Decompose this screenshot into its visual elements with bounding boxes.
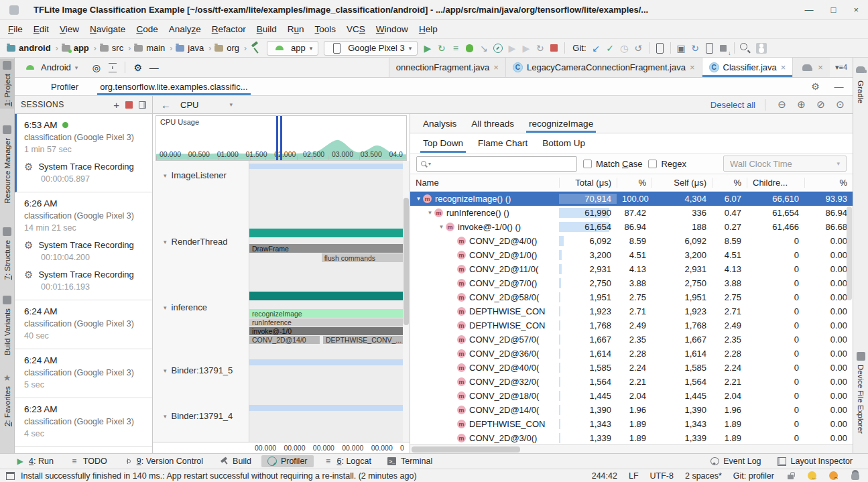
menu-view[interactable]: View [54,22,84,36]
table-row[interactable]: mCONV_2D@32/0(1,5642.211,5642.2100.00 [410,375,853,389]
expand-arrow-icon[interactable]: ▼ [414,196,423,202]
analysis-tab-recognizeimage[interactable]: recognizeImage [521,114,601,133]
scrollbar-thumb[interactable] [404,198,409,325]
indent-setting[interactable]: 2 spaces* [685,471,722,481]
analysis-tab-all-threads[interactable]: All threads [464,114,521,133]
menu-build[interactable]: Build [251,22,282,36]
maximize-button[interactable]: □ [831,5,836,15]
sidebar-item-build-variants[interactable]: Build Variants [0,294,14,357]
editor-tab-onnectionfragment-java[interactable]: onnectionFragment.java× [389,58,505,77]
analysis-tab-analysis[interactable]: Analysis [416,114,464,133]
history-icon[interactable]: ◷ [617,41,631,55]
subtab-top-down[interactable]: Top Down [416,133,471,153]
breadcrumb-app[interactable]: app [74,43,89,53]
session-item[interactable]: 6:23 AMclassification (Google Pixel 3)4 … [15,398,152,447]
sdk-manager-icon[interactable] [717,41,731,55]
column-header-3[interactable]: Self (μs) [652,178,712,188]
trace-span[interactable] [249,292,403,300]
clock-mode-select[interactable]: Wall Clock Time ▾ [723,156,847,172]
thread-label-inference[interactable]: ▾inference [164,302,207,312]
session-recording[interactable]: ⚙System Trace Recording [24,240,147,250]
trace-span[interactable] [249,164,403,169]
sidebar-item-resource-manager[interactable]: Resource Manager [0,123,14,206]
breadcrumb-org[interactable]: org [227,43,239,53]
toolwindow-9-version-control[interactable]: 9: Version Control [117,455,209,467]
update-project-icon[interactable]: ↙ [589,41,603,55]
trace-span[interactable] [249,359,403,365]
status-message[interactable]: Install successfully finished in 140 ms.… [21,471,417,481]
match-case-checkbox[interactable] [583,160,592,168]
menu-window[interactable]: Window [371,22,414,36]
collapse-sessions-button[interactable] [139,101,146,109]
breadcrumb-src[interactable]: src [112,43,123,53]
table-row[interactable]: mCONV_2D@11/0(2,9314.132,9314.1300.00 [410,262,853,276]
menu-tools[interactable]: Tools [310,22,342,36]
expand-arrow-icon[interactable]: ▼ [437,224,446,230]
trace-span[interactable] [249,229,403,237]
zoom-to-selection-icon[interactable]: ⊙ [833,98,847,112]
menu-refactor[interactable]: Refactor [206,22,251,36]
menu-run[interactable]: Run [282,22,310,36]
scrollbar-thumb[interactable] [412,446,520,453]
table-row[interactable]: mDEPTHWISE_CON1,3431.891,3431.8900.00 [410,417,853,431]
sidebar-item-2-favorites[interactable]: ★2: Favorites [0,371,14,428]
trace-span[interactable]: DEPTHWISE_CONV_... [323,336,403,344]
trace-span[interactable]: DrawFrame [249,244,403,253]
sidebar-item-1-project[interactable]: 1: Project [0,59,14,109]
collapse-all-icon[interactable] [105,60,119,74]
toolwindow-4-run[interactable]: ▶4: Run [9,455,60,467]
table-row[interactable]: ▼mrunInference() ()61,99087.423360.4761,… [410,206,853,220]
apply-code-changes-icon[interactable]: ≡ [448,41,462,55]
expand-arrow-icon[interactable]: ▼ [426,210,434,216]
session-item[interactable]: 6:26 AMclassification (Google Pixel 3)14… [15,192,152,300]
subtab-bottom-up[interactable]: Bottom Up [535,133,593,153]
table-row[interactable]: mCONV_2D@14/0(1,3901.961,3901.9600.00 [410,403,853,417]
minimize-button[interactable]: — [805,5,814,15]
session-item[interactable]: 6:53 AMclassification (Google Pixel 3)1 … [15,114,152,192]
debug-icon[interactable] [462,41,477,55]
collapse-triangle-icon[interactable]: ▾ [164,239,167,245]
toolwindow-build[interactable]: Build [213,455,257,467]
new-session-button[interactable]: + [113,99,119,111]
selection-range[interactable] [276,116,282,160]
menu-help[interactable]: Help [414,22,443,36]
rollback-icon[interactable]: ↺ [631,41,645,55]
session-recording[interactable]: ⚙System Trace Recording [24,162,147,172]
trace-span[interactable]: CONV_2D@14/0 [249,336,320,344]
lock-icon[interactable] [786,471,796,481]
thread-label-binder-13791_5[interactable]: ▾Binder:13791_5 [164,365,233,375]
settings-icon[interactable]: ⚙ [808,80,822,94]
reset-zoom-icon[interactable]: ⊘ [814,98,828,112]
column-header-2[interactable]: % [617,178,652,188]
subtab-flame-chart[interactable]: Flame Chart [471,133,535,153]
search-everywhere-icon[interactable] [738,41,752,55]
trace-span[interactable]: flush commands [322,253,403,262]
hide-icon[interactable]: — [832,80,846,94]
layout-inspector-tool-icon[interactable] [702,41,717,55]
trace-span[interactable]: runInference [249,318,403,326]
stop-session-button[interactable] [125,101,133,109]
session-recording[interactable]: ⚙System Trace Recording [24,269,147,280]
close-icon[interactable]: × [781,62,786,72]
editor-tab-profiler-ghost[interactable]: × [792,58,830,77]
table-row[interactable]: mCONV_2D@18/0(1,4452.041,4452.0400.00 [410,389,853,403]
column-header-5[interactable]: Childre... [747,178,804,188]
apply-changes-icon[interactable]: ↻ [434,41,448,55]
column-header-6[interactable]: % [804,178,853,188]
toolwindow-terminal[interactable]: Terminal [381,455,438,467]
collapse-triangle-icon[interactable]: ▾ [164,367,167,374]
debug-disabled-icon[interactable]: ▶ [519,41,533,55]
toolwindow-event-log[interactable]: Event Log [704,455,767,467]
session-item[interactable]: 6:24 AMclassification (Google Pixel 3)40… [15,300,152,349]
run-disabled-icon[interactable]: ▶ [505,41,519,55]
table-row[interactable]: mCONV_2D@7/0()2,7503.882,7503.8800.00 [410,276,853,290]
happy-feedback-icon[interactable] [807,471,817,481]
line-separator[interactable]: LF [629,471,639,481]
tab-list-badge[interactable]: ▾≡4 [830,58,853,77]
device-manager-icon[interactable] [653,41,667,55]
sidebar-item-gradle[interactable]: Gradle [853,60,868,106]
table-row[interactable]: mCONV_2D@36/0(1,6142.281,6142.2800.00 [410,347,853,361]
gradle-daemon-icon[interactable] [850,471,860,481]
table-row[interactable]: mCONV_2D@58/0(1,9512.751,9512.7500.00 [410,290,853,304]
close-icon[interactable]: × [690,62,695,72]
